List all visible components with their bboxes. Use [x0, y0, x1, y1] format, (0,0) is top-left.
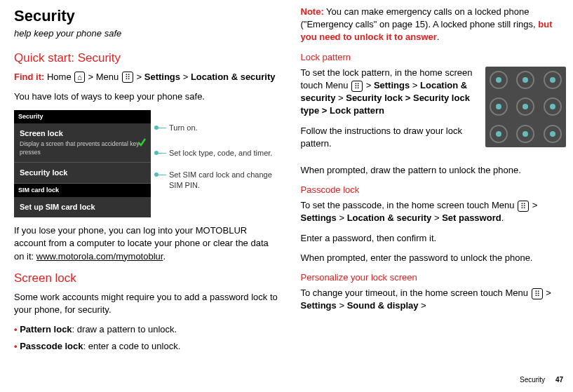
right-column: Note: You can make emergency calls on a …	[301, 6, 567, 385]
quickstart-heading: Quick start: Security	[14, 50, 280, 67]
passcode-intro-text: To set the passcode, in the home screen …	[301, 200, 518, 210]
left-column: Security help keep your phone safe Quick…	[14, 6, 280, 385]
passcode-heading: Passcode lock	[301, 184, 567, 196]
pattern-dot	[490, 97, 508, 116]
pattern-dot	[490, 71, 508, 89]
gt5: >	[412, 80, 418, 90]
gt7: >	[532, 200, 538, 210]
page-footer: Security 47	[520, 375, 563, 385]
passcode-enter: Enter a password, then confirm it.	[301, 232, 567, 245]
lockpat-follow: Follow the instructions to draw your loc…	[301, 125, 479, 150]
lock-type-list: Pattern lock: draw a pattern to unlock. …	[14, 323, 280, 353]
find-it-home: Home	[47, 72, 74, 82]
passcode-lock-text: : enter a code to unlock.	[83, 341, 181, 351]
personalize-sound: Sound & display	[347, 300, 419, 311]
lockpat-intro: To set the lock pattern, in the home scr…	[301, 67, 479, 118]
lockpat-settings: Settings	[374, 80, 410, 90]
screenlock-para: Some work accounts might require you to …	[14, 291, 280, 316]
find-it-label: Find it:	[14, 72, 44, 82]
menu-icon: ⠿	[122, 72, 133, 83]
phone-row-simlock: Set up SIM card lock	[14, 197, 151, 217]
phone-row-screenlock: Screen lock Display a screen that preven…	[14, 123, 151, 163]
pattern-dot	[516, 125, 534, 143]
gt8: >	[339, 212, 344, 223]
pattern-section: To set the lock pattern, in the home scr…	[301, 67, 567, 157]
phone-mock-section: Security Screen lock Display a screen th…	[14, 110, 280, 217]
passcode-prompt: When prompted, enter the password to unl…	[301, 252, 567, 264]
screen-lock-title: Screen lock	[20, 128, 145, 139]
footer-page-number: 47	[555, 376, 563, 384]
pattern-dot	[544, 71, 562, 89]
find-it-location: Location & security	[191, 72, 276, 82]
passcode-settings: Settings	[301, 212, 337, 223]
find-it-line: Find it: Home ⌂ > Menu ⠿ > Settings > Lo…	[14, 71, 280, 83]
pattern-dot	[544, 97, 562, 116]
gt9: >	[434, 212, 440, 223]
pattern-dot	[544, 125, 562, 143]
find-it-menu: Menu	[96, 72, 121, 82]
page-title: Security	[14, 6, 280, 27]
screenlock-heading: Screen lock	[14, 270, 280, 287]
gt6: >	[338, 93, 344, 103]
gt12: >	[421, 300, 426, 311]
pattern-grid-image	[485, 67, 566, 147]
passcode-set: Set password	[442, 212, 501, 223]
pattern-text: To set the lock pattern, in the home scr…	[301, 67, 479, 157]
gt3: >	[183, 72, 189, 82]
page-subtitle: help keep your phone safe	[14, 27, 280, 40]
gt1: >	[88, 72, 94, 82]
phone-row-securitylock: Security lock	[14, 163, 151, 184]
gt10: >	[546, 288, 551, 298]
menu-icon: ⠿	[532, 288, 543, 299]
find-it-settings: Settings	[144, 72, 180, 82]
gt2: >	[137, 72, 142, 82]
gt4: >	[366, 80, 372, 90]
pattern-dot	[516, 97, 534, 116]
bullet-pattern: Pattern lock: draw a pattern to unlock.	[14, 323, 280, 336]
sim-lock-title: Set up SIM card lock	[20, 202, 145, 212]
personalize-intro: To change your timeout, in the home scre…	[301, 287, 567, 312]
home-icon: ⌂	[74, 72, 85, 83]
gt11: >	[339, 300, 344, 311]
passcode-lock-label: Passcode lock	[20, 341, 83, 351]
annotations: Turn on. Set lock type, code, and timer.…	[156, 110, 280, 200]
anno-sim-lock: Set SIM card lock and change SIM PIN.	[156, 170, 280, 191]
personalize-settings: Settings	[301, 300, 337, 311]
passcode-intro: To set the passcode, in the home screen …	[301, 199, 567, 224]
phone-subheader: SIM card lock	[14, 184, 151, 197]
anno-turn-on: Turn on.	[156, 123, 280, 133]
pattern-lock-text: : draw a pattern to unlock.	[72, 324, 177, 334]
note-label: Note:	[301, 6, 324, 17]
lose-phone-para: If you lose your phone, you can log into…	[14, 224, 280, 263]
security-lock-title: Security lock	[20, 168, 145, 178]
pattern-lock-label: Pattern lock	[20, 324, 72, 334]
phone-mock: Security Screen lock Display a screen th…	[14, 110, 151, 217]
lock-pattern-heading: Lock pattern	[301, 51, 567, 64]
note-text: You can make emergency calls on a locked…	[301, 6, 539, 29]
pattern-dot	[490, 125, 508, 143]
passcode-loc: Location & security	[347, 212, 432, 223]
motoblur-link: www.motorola.com/mymotoblur	[36, 251, 163, 262]
personalize-intro-text: To change your timeout, in the home scre…	[301, 288, 531, 298]
footer-section: Security	[520, 376, 545, 384]
personalize-heading: Personalize your lock screen	[301, 271, 567, 284]
bullet-passcode: Passcode lock: enter a code to unlock.	[14, 340, 280, 353]
checkmark-icon	[137, 137, 147, 147]
anno-lock-type: Set lock type, code, and timer.	[156, 148, 280, 158]
menu-icon: ⠿	[351, 81, 363, 92]
pattern-dot	[516, 71, 534, 89]
note-para: Note: You can make emergency calls on a …	[301, 6, 567, 44]
phone-header: Security	[14, 110, 151, 123]
intro-para: You have lots of ways to keep your phone…	[14, 90, 280, 103]
menu-icon: ⠿	[518, 201, 529, 212]
screen-lock-sub: Display a screen that prevents accidenta…	[20, 140, 145, 157]
lockpat-prompt: When prompted, draw the pattern to unloc…	[301, 164, 567, 177]
